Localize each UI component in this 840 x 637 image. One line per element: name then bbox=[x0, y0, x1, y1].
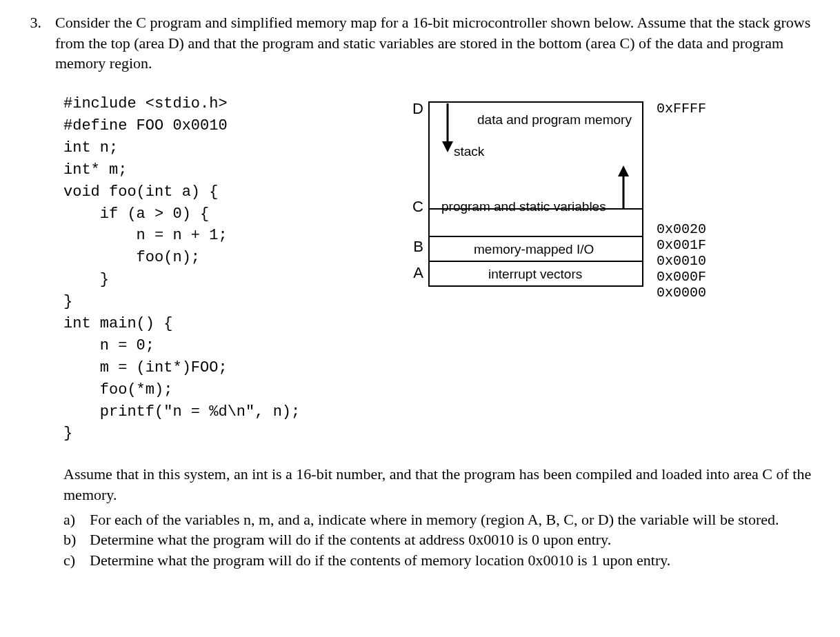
memory-map-diagram: D data and program memory stack C progra… bbox=[394, 99, 739, 299]
question-number: 3. bbox=[21, 12, 50, 74]
subpart-b: b) Determine what the program will do if… bbox=[63, 529, 819, 550]
addr-b-top: 0x001F bbox=[657, 237, 706, 253]
subpart-b-label: b) bbox=[63, 529, 84, 550]
subpart-a-text: For each of the variables n, m, and a, i… bbox=[90, 509, 819, 530]
memory-diagram-wrapper: D data and program memory stack C progra… bbox=[314, 93, 819, 299]
region-a-text: interrupt vectors bbox=[488, 267, 582, 281]
addr-a-top: 0x000F bbox=[657, 269, 706, 285]
region-a-label: A bbox=[413, 264, 423, 281]
subpart-a-label: a) bbox=[63, 509, 84, 530]
stack-label: stack bbox=[454, 144, 485, 159]
subpart-c: c) Determine what the program will do if… bbox=[63, 550, 819, 571]
addr-a-bottom: 0x0000 bbox=[657, 285, 706, 301]
addr-top: 0xFFFF bbox=[657, 101, 706, 117]
addr-c-top: 0x0020 bbox=[657, 221, 706, 237]
subpart-c-label: c) bbox=[63, 550, 84, 571]
region-d-text1: data and program memory bbox=[477, 112, 632, 127]
subpart-a: a) For each of the variables n, m, and a… bbox=[63, 509, 819, 530]
subpart-b-text: Determine what the program will do if th… bbox=[90, 529, 819, 550]
region-c-text: program and static variables bbox=[441, 199, 606, 214]
region-d-label: D bbox=[412, 100, 423, 117]
question-text: Consider the C program and simplified me… bbox=[55, 12, 819, 74]
region-b-label: B bbox=[413, 238, 423, 255]
code-and-diagram-row: #include <stdio.h> #define FOO 0x0010 in… bbox=[63, 93, 819, 445]
question-intro-row: 3. Consider the C program and simplified… bbox=[21, 12, 819, 74]
region-c-label: C bbox=[412, 198, 423, 215]
region-b-text: memory-mapped I/O bbox=[474, 242, 594, 256]
subpart-c-text: Determine what the program will do if th… bbox=[90, 550, 819, 571]
upward-arrow-head bbox=[618, 165, 629, 176]
code-block: #include <stdio.h> #define FOO 0x0010 in… bbox=[63, 93, 300, 445]
addr-b-bottom: 0x0010 bbox=[657, 253, 706, 269]
assume-paragraph: Assume that in this system, an int is a … bbox=[63, 464, 819, 505]
stack-arrow-head bbox=[442, 141, 453, 152]
